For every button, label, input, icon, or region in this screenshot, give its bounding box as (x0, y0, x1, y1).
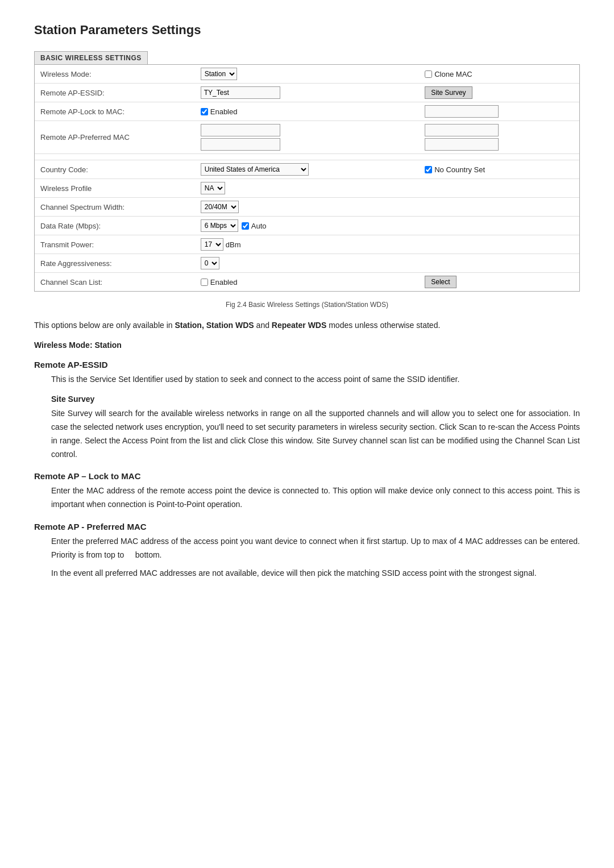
clone-mac-label[interactable]: Clone MAC (425, 70, 574, 78)
channel-spectrum-label: Channel Spectrum Width: (35, 198, 195, 217)
wireless-mode-section-label: Wireless Mode: (34, 340, 93, 350)
country-code-input-cell: United States of America (195, 160, 419, 179)
remote-ap-lock-body: Enter the MAC address of the remote acce… (34, 484, 580, 512)
country-code-dropdown[interactable]: United States of America (201, 163, 309, 176)
channel-scan-extra: Select (419, 273, 579, 292)
channel-spectrum-dropdown[interactable]: 20/40M (201, 201, 239, 213)
wireless-mode-input-cell: Station (195, 65, 419, 84)
rate-aggressiveness-extra (419, 254, 579, 273)
channel-scan-enabled-label[interactable]: Enabled (201, 278, 413, 286)
channel-spectrum-extra (419, 198, 579, 217)
settings-table-wrapper: Wireless Mode: Station Clone MAC Remote … (34, 64, 580, 292)
data-rate-extra (419, 217, 579, 235)
rate-aggressiveness-dropdown[interactable]: 0 (201, 257, 219, 269)
channel-scan-enabled-text: Enabled (210, 278, 238, 286)
preferred-mac-right-2[interactable] (425, 138, 499, 151)
remote-ap-preferred-body-1: Enter the preferred MAC address of the a… (34, 535, 580, 562)
data-rate-auto-checkbox[interactable] (242, 222, 249, 230)
fig-caption: Fig 2.4 Basic Wireless Settings (Station… (34, 301, 580, 309)
channel-scan-checkbox[interactable] (201, 279, 208, 286)
remote-ap-essid-title: Remote AP-ESSID (34, 360, 580, 369)
remote-essid-input-cell (195, 84, 419, 102)
channel-scan-select-button[interactable]: Select (425, 276, 456, 288)
transmit-power-input-cell: 17 dBm (195, 235, 419, 254)
data-rate-dropdown[interactable]: 6 Mbps (201, 219, 238, 232)
channel-spectrum-input-cell: 20/40M (195, 198, 419, 217)
site-survey-cell: Site Survey (419, 84, 579, 102)
preferred-mac-input-1[interactable] (201, 124, 280, 136)
intro-bold-2: Repeater WDS (272, 321, 326, 330)
table-row-preferred-mac: Remote AP-Preferred MAC (35, 121, 579, 154)
table-row-wireless-profile: Wireless Profile NA (35, 179, 579, 198)
remote-lock-enabled-text: Enabled (210, 107, 238, 116)
table-row-country-code: Country Code: United States of America N… (35, 160, 579, 179)
remote-lock-enabled-label[interactable]: Enabled (201, 107, 413, 116)
preferred-mac-input-cell (195, 121, 419, 154)
remote-lock-label: Remote AP-Lock to MAC: (35, 102, 195, 121)
page-title: Station Parameters Settings (34, 23, 580, 38)
rate-aggressiveness-input-cell: 0 (195, 254, 419, 273)
remote-lock-mac-input[interactable] (425, 105, 499, 118)
channel-scan-label: Channel Scan List: (35, 273, 195, 292)
table-row-transmit-power: Transmit Power: 17 dBm (35, 235, 579, 254)
section-header: BASIC WIRELESS SETTINGS (34, 51, 148, 64)
wireless-profile-label: Wireless Profile (35, 179, 195, 198)
preferred-mac-right-1[interactable] (425, 124, 499, 136)
table-row-remote-lock: Remote AP-Lock to MAC: Enabled (35, 102, 579, 121)
settings-table: Wireless Mode: Station Clone MAC Remote … (35, 65, 579, 291)
wireless-profile-extra (419, 179, 579, 198)
table-row-data-rate: Data Rate (Mbps): 6 Mbps Auto (35, 217, 579, 235)
clone-mac-text: Clone MAC (434, 70, 472, 78)
remote-ap-preferred-body-2: In the event all preferred MAC addresses… (34, 567, 580, 580)
site-survey-body: Site Survey will search for the availabl… (34, 407, 580, 461)
intro-bold-1: Station, Station WDS (175, 321, 254, 330)
remote-essid-input[interactable] (201, 86, 280, 99)
clone-mac-cell: Clone MAC (419, 65, 579, 84)
site-survey-button[interactable]: Site Survey (425, 86, 472, 99)
transmit-power-extra (419, 235, 579, 254)
table-row-channel-spectrum: Channel Spectrum Width: 20/40M (35, 198, 579, 217)
wireless-mode-dropdown[interactable]: Station (201, 68, 237, 80)
table-row-spacer (35, 154, 579, 160)
rate-aggressiveness-label: Rate Aggressiveness: (35, 254, 195, 273)
remote-lock-input-cell: Enabled (195, 102, 419, 121)
wireless-mode-label: Wireless Mode: (35, 65, 195, 84)
remote-essid-label: Remote AP-ESSID: (35, 84, 195, 102)
table-row-wireless-mode: Wireless Mode: Station Clone MAC (35, 65, 579, 84)
data-rate-input-cell: 6 Mbps Auto (195, 217, 419, 235)
country-code-label: Country Code: (35, 160, 195, 179)
preferred-mac-label: Remote AP-Preferred MAC (35, 121, 195, 154)
no-country-set-label[interactable]: No Country Set (425, 165, 574, 174)
table-row-channel-scan: Channel Scan List: Enabled Select (35, 273, 579, 292)
channel-scan-input-cell: Enabled (195, 273, 419, 292)
data-rate-label: Data Rate (Mbps): (35, 217, 195, 235)
table-row-remote-essid: Remote AP-ESSID: Site Survey (35, 84, 579, 102)
site-survey-title: Site Survey (34, 394, 580, 404)
clone-mac-checkbox[interactable] (425, 70, 432, 78)
wireless-profile-input-cell: NA (195, 179, 419, 198)
no-country-set-text: No Country Set (434, 165, 485, 174)
remote-lock-checkbox[interactable] (201, 108, 208, 115)
transmit-power-label: Transmit Power: (35, 235, 195, 254)
transmit-power-unit: dBm (226, 240, 241, 249)
remote-ap-lock-title: Remote AP – Lock to MAC (34, 471, 580, 481)
wireless-profile-dropdown[interactable]: NA (201, 182, 225, 194)
preferred-mac-input-2[interactable] (201, 138, 280, 151)
remote-ap-essid-body: This is the Service Set Identifier used … (34, 373, 580, 387)
table-row-rate-aggressiveness: Rate Aggressiveness: 0 (35, 254, 579, 273)
no-country-set-checkbox[interactable] (425, 166, 432, 173)
remote-lock-extra (419, 102, 579, 121)
transmit-power-dropdown[interactable]: 17 (201, 238, 223, 251)
data-rate-auto-label[interactable]: Auto (242, 222, 267, 230)
no-country-set-cell: No Country Set (419, 160, 579, 179)
data-rate-auto-text: Auto (251, 222, 267, 230)
preferred-mac-extra (419, 121, 579, 154)
wireless-mode-section-title: Wireless Mode: Station (34, 340, 580, 350)
intro-text: This options below are only available in… (34, 319, 580, 331)
remote-ap-preferred-title: Remote AP - Preferred MAC (34, 522, 580, 531)
